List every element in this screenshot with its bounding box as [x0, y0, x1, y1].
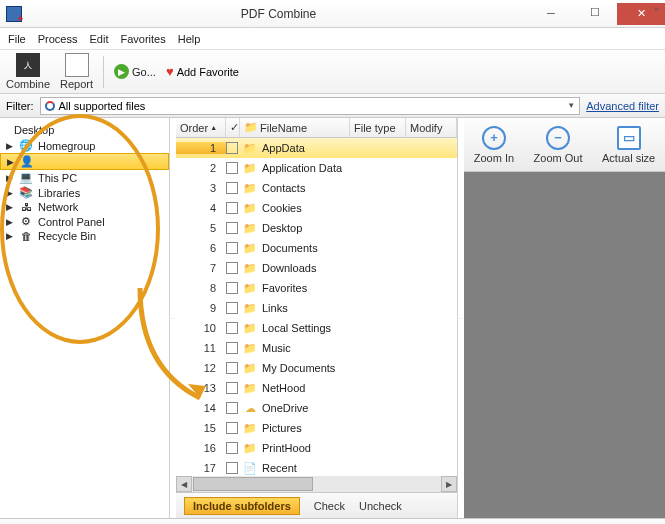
filter-label: Filter:	[6, 100, 34, 112]
actual-size-button[interactable]: ▭ Actual size	[602, 126, 655, 164]
tree-item-3[interactable]: ▶📚Libraries	[0, 185, 169, 200]
uncheck-button[interactable]: Uncheck	[359, 500, 402, 512]
preview-toolbar: » + Zoom In − Zoom Out ▭ Actual size	[464, 118, 665, 172]
report-label: Report	[60, 78, 93, 90]
file-row[interactable]: 5📁Desktop	[176, 218, 457, 238]
file-row[interactable]: 4📁Cookies	[176, 198, 457, 218]
window-title: PDF Combine	[28, 7, 529, 21]
report-icon	[65, 53, 89, 77]
row-checkbox[interactable]	[226, 142, 238, 154]
file-row[interactable]: 1📁AppData	[176, 138, 457, 158]
row-order: 15	[176, 422, 226, 434]
folder-icon: 📁	[242, 262, 258, 275]
row-checkbox[interactable]	[226, 322, 238, 334]
col-modify[interactable]: Modify	[406, 118, 457, 137]
hscrollbar[interactable]: ◀ ▶	[176, 476, 457, 492]
check-button[interactable]: Check	[314, 500, 345, 512]
file-row[interactable]: 12📁My Documents	[176, 358, 457, 378]
tree-root[interactable]: Desktop	[0, 122, 169, 138]
col-check[interactable]: ✓	[226, 118, 240, 137]
row-checkbox[interactable]	[226, 302, 238, 314]
folder-icon: 📁	[242, 422, 258, 435]
row-checkbox[interactable]	[226, 222, 238, 234]
advanced-filter-link[interactable]: Advanced filter	[586, 100, 659, 112]
row-filename: Desktop	[262, 222, 302, 234]
tree-item-4[interactable]: ▶🖧Network	[0, 200, 169, 214]
menu-favorites[interactable]: Favorites	[120, 33, 165, 45]
file-row[interactable]: 8📁Favorites	[176, 278, 457, 298]
row-filename: NetHood	[262, 382, 305, 394]
menu-edit[interactable]: Edit	[89, 33, 108, 45]
tree-icon: ⚙	[18, 215, 34, 228]
folder-icon: 📁	[242, 302, 258, 315]
row-order: 4	[176, 202, 226, 214]
zoom-out-button[interactable]: − Zoom Out	[534, 126, 583, 164]
scroll-left-button[interactable]: ◀	[176, 476, 192, 492]
add-favorite-button[interactable]: ♥ Add Favorite	[166, 64, 239, 79]
tree-icon: 👤	[19, 155, 35, 168]
file-row[interactable]: 15📁Pictures	[176, 418, 457, 438]
minimize-button[interactable]: ─	[529, 3, 573, 23]
row-checkbox[interactable]	[226, 182, 238, 194]
maximize-button[interactable]: ☐	[573, 3, 617, 23]
row-order: 17	[176, 462, 226, 474]
tree-item-0[interactable]: ▶🌐Homegroup	[0, 138, 169, 153]
row-order: 13	[176, 382, 226, 394]
folder-tree: Desktop ▶🌐Homegroup▶👤▶💻This PC▶📚Librarie…	[0, 118, 170, 518]
folder-icon: 📁	[242, 282, 258, 295]
zoomin-label: Zoom In	[474, 152, 514, 164]
folder-icon: 📁	[242, 222, 258, 235]
row-filename: Recent	[262, 462, 297, 474]
col-filetype[interactable]: File type	[350, 118, 406, 137]
col-filename[interactable]: 📁FileName	[240, 118, 350, 137]
chevron-icon[interactable]: »	[654, 4, 659, 14]
row-checkbox[interactable]	[226, 402, 238, 414]
file-row[interactable]: 3📁Contacts	[176, 178, 457, 198]
scroll-right-button[interactable]: ▶	[441, 476, 457, 492]
zoom-in-icon: +	[482, 126, 506, 150]
scroll-thumb[interactable]	[193, 477, 313, 491]
go-button[interactable]: ▶ Go...	[114, 64, 156, 79]
col-order[interactable]: Order▲	[176, 118, 226, 137]
file-row[interactable]: 16📁PrintHood	[176, 438, 457, 458]
row-checkbox[interactable]	[226, 442, 238, 454]
tree-item-1[interactable]: ▶👤	[0, 153, 169, 170]
row-checkbox[interactable]	[226, 282, 238, 294]
file-row[interactable]: 7📁Downloads	[176, 258, 457, 278]
row-filename: Downloads	[262, 262, 316, 274]
menu-help[interactable]: Help	[178, 33, 201, 45]
zoomout-label: Zoom Out	[534, 152, 583, 164]
row-checkbox[interactable]	[226, 162, 238, 174]
file-row[interactable]: 13📁NetHood	[176, 378, 457, 398]
file-list: Order▲ ✓ 📁FileName File type Modify 1📁Ap…	[176, 118, 458, 518]
file-row[interactable]: 6📁Documents	[176, 238, 457, 258]
folder-icon: 📁	[242, 202, 258, 215]
row-checkbox[interactable]	[226, 242, 238, 254]
include-subfolders-button[interactable]: Include subfolders	[184, 497, 300, 515]
file-row[interactable]: 14☁OneDrive	[176, 398, 457, 418]
row-checkbox[interactable]	[226, 362, 238, 374]
expand-icon: ▶	[6, 188, 14, 198]
row-order: 11	[176, 342, 226, 354]
combine-button[interactable]: 人 Combine	[6, 53, 50, 90]
menu-file[interactable]: File	[8, 33, 26, 45]
file-row[interactable]: 17📄Recent	[176, 458, 457, 476]
tree-item-2[interactable]: ▶💻This PC	[0, 170, 169, 185]
menu-process[interactable]: Process	[38, 33, 78, 45]
zoom-in-button[interactable]: + Zoom In	[474, 126, 514, 164]
row-checkbox[interactable]	[226, 382, 238, 394]
file-row[interactable]: 9📁Links	[176, 298, 457, 318]
row-checkbox[interactable]	[226, 422, 238, 434]
filter-select[interactable]: All supported files ▼	[40, 97, 581, 115]
file-row[interactable]: 11📁Music	[176, 338, 457, 358]
row-checkbox[interactable]	[226, 462, 238, 474]
tree-item-5[interactable]: ▶⚙Control Panel	[0, 214, 169, 229]
row-checkbox[interactable]	[226, 202, 238, 214]
row-checkbox[interactable]	[226, 342, 238, 354]
tree-item-6[interactable]: ▶🗑Recycle Bin	[0, 229, 169, 243]
row-checkbox[interactable]	[226, 262, 238, 274]
expand-icon: ▶	[6, 173, 14, 183]
file-row[interactable]: 10📁Local Settings	[176, 318, 457, 338]
report-button[interactable]: Report	[60, 53, 93, 90]
file-row[interactable]: 2📁Application Data	[176, 158, 457, 178]
